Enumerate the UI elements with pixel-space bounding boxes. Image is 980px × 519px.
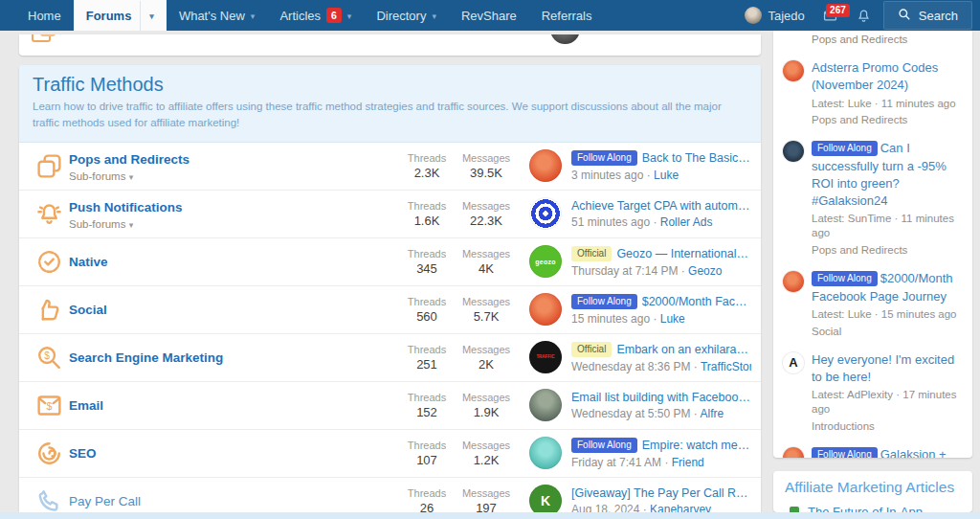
inbox-button[interactable]: 267 — [814, 5, 846, 26]
sidebar-thread-link[interactable]: Follow AlongCan I successfully turn a -9… — [812, 141, 947, 208]
latest-posts-panel: Pops and Redirects Adsterra Promo Codes … — [773, 31, 972, 458]
avatar[interactable] — [529, 293, 562, 326]
chevron-down-icon: ▾ — [251, 11, 256, 21]
section-description: Learn how to drive traffic to affiliate … — [33, 99, 746, 132]
avatar[interactable]: A — [783, 352, 804, 373]
sidebar-post: Follow AlongCan I successfully turn a -9… — [783, 133, 963, 263]
latest-thread-link[interactable]: Embark on an exhilarating c… — [616, 343, 751, 356]
post-meta: Latest: AdPlexity · 17 minutes ago — [812, 388, 963, 417]
avatar[interactable]: K — [529, 485, 562, 512]
latest-thread-link[interactable]: $2000/Month Faceboo… — [642, 295, 751, 308]
latest-thread-link[interactable]: Geozo — International Platf… — [616, 247, 751, 260]
article-item[interactable]: The Future of In-App — [785, 505, 961, 512]
avatar[interactable] — [529, 197, 562, 230]
latest-post: Follow Along$2000/Month Faceboo… 15 minu… — [571, 294, 751, 326]
nav-item-home[interactable]: Home — [15, 0, 74, 31]
latest-thread-link[interactable]: Back to The Basics: A P… — [642, 151, 751, 165]
next-section-edge — [0, 512, 980, 519]
avatar[interactable] — [529, 437, 562, 469]
nav-item-whats-new[interactable]: What's New ▾ — [167, 0, 267, 31]
latest-thread-link[interactable]: Empire: watch me buil… — [642, 439, 751, 452]
seal-check-icon — [29, 248, 69, 276]
thread-badge: Follow Along — [571, 294, 637, 309]
post-meta: Latest: SunTime · 11 minutes ago — [812, 212, 963, 240]
latest-thread-link[interactable]: Email list building with Facebook Le… — [571, 391, 751, 404]
latest-thread-link[interactable]: [Giveaway] The Pay Per Call Revolut… — [571, 486, 751, 500]
sidebar-post: Adsterra Promo Codes (November 2024) Lat… — [783, 53, 963, 133]
messages-stat: Messages1.9K — [457, 392, 516, 419]
forum-link[interactable]: Social — [69, 303, 107, 317]
author-link[interactable]: Kaneharvey — [650, 503, 711, 513]
forum-link[interactable]: Email — [69, 398, 103, 413]
sidebar-thread-link[interactable]: Hey everyone! I'm excited to be here! — [812, 352, 954, 384]
section-title-link[interactable]: Traffic Methods — [33, 74, 164, 96]
latest-post: Achieve Target CPA with automated… 51 mi… — [571, 199, 751, 229]
forum-link[interactable]: Pops and Redirects — [69, 152, 189, 167]
thread-badge: Follow Along — [571, 150, 637, 166]
threads-stat: Threads560 — [397, 296, 457, 324]
chevron-down-icon[interactable]: ▾ — [140, 1, 154, 31]
svg-text:$: $ — [44, 350, 50, 360]
nav-item-revshare[interactable]: RevShare — [449, 0, 529, 31]
avatar[interactable] — [783, 447, 804, 458]
forum-category-link[interactable]: Pops and Redirects — [812, 244, 907, 256]
latest-post: Follow AlongBack to The Basics: A P… 3 m… — [571, 150, 751, 182]
nav-item-articles[interactable]: Articles 6 ▾ — [267, 0, 364, 31]
thumbs-up-icon — [29, 296, 69, 324]
forum-category-link[interactable]: Introductions — [812, 420, 875, 432]
author-link[interactable]: Luke — [654, 169, 679, 182]
avatar[interactable]: geozo — [529, 245, 562, 278]
avatar[interactable] — [783, 141, 804, 162]
author-link[interactable]: Roller Ads — [660, 215, 713, 229]
article-link[interactable]: The Future of In-App — [808, 505, 923, 512]
avatar[interactable] — [529, 389, 562, 421]
forum-link[interactable]: Push Notifications — [69, 200, 183, 214]
post-meta: Latest: Luke · 11 minutes ago — [812, 97, 963, 111]
forum-link[interactable]: Pay Per Call — [69, 494, 141, 508]
forum-icon-partial — [40, 34, 56, 36]
sidebar-thread-link[interactable]: Follow Along$2000/Month Facebook Page Jo… — [812, 271, 953, 303]
search-icon — [898, 8, 911, 24]
subforums-toggle[interactable]: Sub-forums ▾ — [69, 218, 393, 230]
thread-badge: Follow Along — [812, 447, 878, 458]
subforums-toggle[interactable]: Sub-forums ▾ — [69, 170, 393, 182]
author-link[interactable]: Friend — [672, 456, 704, 469]
latest-post: OfficialGeozo — International Platf… Thu… — [571, 246, 751, 278]
author-link[interactable]: Geozo — [688, 264, 722, 278]
nav-item-referrals[interactable]: Referrals — [529, 0, 605, 31]
sidebar-post: Follow AlongGalaksion + CIPIAI (Utilitie… — [783, 440, 963, 458]
forum-row: Pay Per Call Threads26 Messages197 K [Gi… — [19, 478, 761, 513]
avatar[interactable] — [529, 149, 562, 182]
nav-item-forums[interactable]: Forums ▾ — [74, 0, 167, 31]
forum-category-link[interactable]: Social — [812, 326, 841, 337]
forum-row: SEO Threads107 Messages1.2K Follow Along… — [19, 430, 761, 478]
user-menu[interactable]: Tajedo — [737, 7, 812, 24]
author-link[interactable]: TrafficStore — [701, 360, 751, 373]
swirl-icon — [29, 440, 69, 467]
forum-link[interactable]: Native — [69, 255, 108, 269]
articles-count-badge: 6 — [326, 8, 342, 23]
forum-category-link[interactable]: Pops and Redirects — [812, 114, 907, 125]
sidebar-thread-link[interactable]: Follow AlongGalaksion + CIPIAI (Utilitie… — [812, 447, 947, 458]
threads-stat: Threads152 — [397, 392, 457, 419]
messages-stat: Messages2K — [457, 344, 516, 372]
forum-link[interactable]: SEO — [69, 446, 97, 461]
author-link[interactable]: Alfre — [701, 407, 724, 420]
sidebar-thread-link[interactable]: Adsterra Promo Codes (November 2024) — [812, 60, 938, 92]
search-button[interactable]: Search — [883, 1, 972, 30]
avatar[interactable]: TRAFFIC — [529, 341, 562, 373]
threads-stat: Threads251 — [397, 344, 457, 372]
latest-thread-link[interactable]: Achieve Target CPA with automated… — [571, 199, 751, 213]
chevron-down-icon: ▾ — [432, 11, 436, 21]
magnifier-dollar-icon: $ — [29, 344, 69, 372]
avatar[interactable] — [783, 60, 804, 81]
forum-link[interactable]: Search Engine Marketing — [69, 350, 223, 365]
nav-item-directory[interactable]: Directory ▾ — [364, 0, 449, 31]
alerts-button[interactable] — [848, 5, 880, 26]
avatar[interactable] — [783, 271, 804, 292]
author-link[interactable]: Luke — [660, 312, 685, 326]
forum-row: $ Email Threads152 Messages1.9K Email li… — [19, 382, 761, 430]
chevron-down-icon: ▾ — [347, 11, 352, 21]
forum-category-link[interactable]: Pops and Redirects — [783, 31, 963, 53]
thread-badge: Follow Along — [812, 141, 878, 156]
